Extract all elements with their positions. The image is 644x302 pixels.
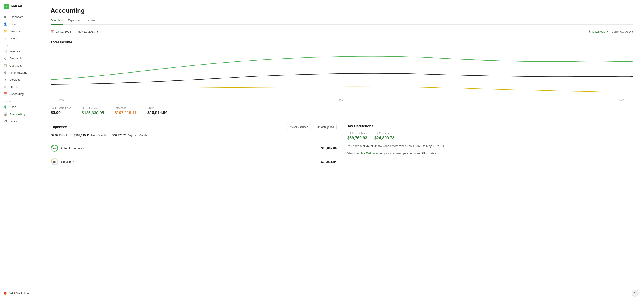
tab-overview[interactable]: Overview bbox=[50, 19, 62, 24]
sidebar-item-time-tracking[interactable]: ⏱ Time Tracking bbox=[0, 69, 40, 76]
taxes-icon: 🏷 bbox=[4, 119, 7, 123]
stat-label: Paid Before Fees bbox=[50, 106, 71, 110]
sidebar-item-tasks[interactable]: ✓ Tasks bbox=[0, 34, 40, 42]
chart-x-labels: JAN MAR MAY bbox=[50, 98, 633, 101]
cash-icon: 💲 bbox=[4, 105, 7, 109]
stat-paid-before-fees: Paid Before Fees $0.00 bbox=[50, 106, 71, 115]
sidebar-item-label: Tasks bbox=[9, 36, 17, 40]
date-range-picker[interactable]: 📅 Jan 1, 2023 → May 11, 2023 ▾ bbox=[50, 30, 98, 33]
stat-value: $107,115.11 bbox=[115, 110, 137, 115]
logo: b bonsai bbox=[0, 4, 40, 13]
edit-categories-button[interactable]: Edit Categories bbox=[313, 124, 337, 130]
sidebar-item-label: Time Tracking bbox=[9, 71, 27, 74]
sidebar-item-contracts[interactable]: 📋 Contracts bbox=[0, 62, 40, 69]
currency-button[interactable]: Currency: USD ▾ bbox=[612, 30, 633, 33]
bottom-grid: Expenses View Expenses Edit Categories $… bbox=[50, 124, 633, 168]
tax-description-1: You have $59,769.93 in tax write-offs be… bbox=[347, 144, 633, 148]
sidebar-item-invoices[interactable]: 📄 Invoices bbox=[0, 48, 40, 55]
view-expenses-button[interactable]: View Expenses bbox=[287, 124, 311, 130]
currency-label: Currency: USD bbox=[612, 30, 631, 33]
expenses-title: Expenses bbox=[50, 125, 67, 129]
savings-label: Tax Savings bbox=[374, 132, 394, 135]
stat-expenses: Expenses $107,115.11 bbox=[115, 106, 137, 115]
accounting-icon: 📊 bbox=[4, 112, 7, 116]
sidebar-item-clients[interactable]: 👤 Clients bbox=[0, 20, 40, 28]
tax-savings: Tax Savings $24,809.73 bbox=[374, 132, 394, 140]
start-date: Jan 1, 2023 bbox=[56, 30, 71, 33]
sidebar-item-dashboard[interactable]: ⊞ Dashboard bbox=[0, 13, 40, 20]
other-expenses-name[interactable]: Other Expenses ▾ bbox=[61, 146, 84, 150]
tax-highlight-amount: $59,769.93 bbox=[360, 144, 374, 148]
expense-row-other: 80% Other Expenses ▾ $86,082.86 bbox=[50, 141, 337, 155]
tab-income[interactable]: Income bbox=[86, 19, 95, 24]
sidebar-item-label: Accounting bbox=[9, 112, 25, 116]
sidebar-item-scheduling[interactable]: 📅 Scheduling bbox=[0, 90, 40, 97]
proposals-icon: ◇ bbox=[4, 56, 7, 60]
download-chevron-icon: ▾ bbox=[606, 30, 608, 33]
date-bar-actions: ⬇ Download ▾ Currency: USD ▾ bbox=[588, 30, 633, 33]
stat-profit: Profit $18,514.94 bbox=[148, 106, 168, 115]
end-date: May 11, 2023 bbox=[78, 30, 95, 33]
sidebar: b bonsai ⊞ Dashboard 👤 Clients 📁 Project… bbox=[0, 0, 40, 302]
logo-text: bonsai bbox=[11, 4, 22, 8]
stat-value: $18,514.94 bbox=[148, 110, 168, 115]
total-income-section: Total Income JAN MAR MAY bbox=[50, 40, 633, 101]
date-bar: 📅 Jan 1, 2023 → May 11, 2023 ▾ ⬇ Downloa… bbox=[50, 30, 633, 33]
donut-other-expenses: 80% bbox=[50, 144, 58, 152]
tax-description-2: View your Tax Estimates for your upcomin… bbox=[347, 151, 633, 156]
sidebar-bottom: 🎁 Get 1 Month Free bbox=[0, 288, 40, 298]
sidebar-item-forms[interactable]: ☰ Forms bbox=[0, 83, 40, 90]
sidebar-item-label: Projects bbox=[9, 30, 20, 33]
sidebar-item-label: Invoices bbox=[9, 50, 20, 53]
tools-section-label: Tools bbox=[0, 42, 40, 48]
expense-left: 80% Other Expenses ▾ bbox=[50, 144, 84, 152]
stat-value: $125,630.05 bbox=[82, 111, 104, 115]
sidebar-item-taxes[interactable]: 🏷 Taxes bbox=[0, 118, 40, 124]
stat-other-income: Other Income ⓘ $125,630.05 bbox=[82, 106, 104, 115]
invoices-icon: 📄 bbox=[4, 50, 7, 53]
download-icon: ⬇ bbox=[588, 30, 591, 33]
tax-stats: Total Deductions $59,769.93 Tax Savings … bbox=[347, 132, 633, 140]
avg-value: $26,778.78 bbox=[112, 134, 126, 137]
logo-icon: b bbox=[4, 4, 9, 9]
page-title: Accounting bbox=[50, 7, 633, 14]
chart-label-jan: JAN bbox=[60, 98, 64, 101]
sidebar-item-proposals[interactable]: ◇ Proposals bbox=[0, 55, 40, 62]
help-button[interactable]: ? bbox=[632, 290, 639, 297]
sidebar-item-label: Contracts bbox=[9, 64, 22, 67]
tax-estimates-link[interactable]: Tax Estimates bbox=[360, 152, 378, 155]
tab-expenses[interactable]: Expenses bbox=[68, 19, 80, 24]
download-button[interactable]: ⬇ Download ▾ bbox=[588, 30, 608, 33]
non-billable-label: Non-Billable bbox=[91, 134, 107, 137]
info-icon: ⓘ bbox=[99, 106, 101, 110]
chart-label-may: MAY bbox=[620, 98, 624, 101]
expenses-non-billable: $107,115.11 Non-Billable bbox=[74, 134, 106, 137]
stat-label: Profit bbox=[148, 106, 168, 110]
currency-chevron-icon: ▾ bbox=[632, 30, 633, 33]
tax-deductions-section: Tax Deductions Total Deductions $59,769.… bbox=[347, 124, 633, 168]
time-tracking-icon: ⏱ bbox=[4, 71, 7, 74]
non-billable-value: $107,115.11 bbox=[74, 134, 90, 137]
gift-icon: 🎁 bbox=[4, 292, 7, 295]
other-expenses-amount: $86,082.86 bbox=[321, 146, 337, 150]
services-name[interactable]: Services ▾ bbox=[61, 160, 74, 164]
avg-label: Avg Per Month bbox=[128, 134, 147, 137]
expenses-section: Expenses View Expenses Edit Categories $… bbox=[50, 124, 337, 168]
donut-services: 13% bbox=[50, 158, 58, 166]
svg-text:13%: 13% bbox=[53, 161, 56, 163]
sidebar-item-accounting[interactable]: 📊 Accounting bbox=[0, 110, 40, 118]
scheduling-icon: 📅 bbox=[4, 92, 7, 96]
services-icon: ◈ bbox=[4, 78, 7, 82]
sidebar-item-cash[interactable]: 💲 Cash bbox=[0, 103, 40, 110]
sidebar-item-label: Cash bbox=[9, 105, 16, 109]
download-label: Download bbox=[592, 30, 605, 33]
contracts-icon: 📋 bbox=[4, 64, 7, 67]
savings-value: $24,809.73 bbox=[374, 136, 394, 140]
clients-icon: 👤 bbox=[4, 22, 7, 26]
chevron-icon: ▾ bbox=[83, 147, 84, 150]
sidebar-item-projects[interactable]: 📁 Projects bbox=[0, 28, 40, 34]
get-free-button[interactable]: 🎁 Get 1 Month Free bbox=[4, 292, 36, 295]
finances-section-label: Finances bbox=[0, 97, 40, 103]
expenses-avg: $26,778.78 Avg Per Month bbox=[112, 134, 147, 137]
sidebar-item-services[interactable]: ◈ Services bbox=[0, 76, 40, 83]
